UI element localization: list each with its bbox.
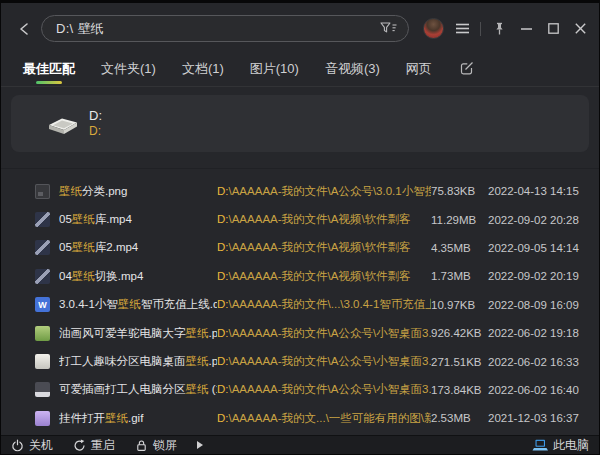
file-size: 4.35MB (431, 242, 488, 254)
this-pc-button[interactable]: 此电脑 (532, 437, 589, 454)
image-dim-file-icon (35, 184, 50, 199)
maximize-button[interactable] (544, 20, 562, 38)
tab-web[interactable]: 网页 (406, 56, 432, 88)
table-row[interactable]: 04壁纸切换.mp4D:\AAAAAA-我的文件\A视频\软件剽客1.73MB2… (35, 262, 589, 290)
file-date: 2022-08-09 16:09 (488, 299, 589, 311)
this-pc-label: 此电脑 (553, 437, 589, 454)
pin-icon[interactable] (490, 20, 508, 38)
restart-icon (73, 439, 86, 452)
file-path: D:\AAAAAA-我的文件\A公众号\小智桌面3.0.2-1 (217, 382, 431, 397)
table-row[interactable]: 3.0.4-1小智壁纸智币充值上线.docxD:\AAAAAA-我的文件\...… (35, 291, 589, 319)
shutdown-button[interactable]: 关机 (11, 437, 53, 454)
file-name: 油画风可爱羊驼电脑大字壁纸.png (59, 326, 217, 341)
result-tabs: 最佳匹配 文件夹(1) 文档(1) 图片(10) 音视频(3) 网页 (1, 54, 599, 87)
file-size: 2.53MB (431, 412, 488, 424)
file-size: 10.97KB (431, 299, 488, 311)
table-row[interactable]: 打工人趣味分区电脑桌面壁纸.pngD:\AAAAAA-我的文件\A公众号\小智桌… (35, 347, 589, 375)
close-button[interactable] (571, 20, 589, 38)
file-date: 2022-06-02 16:40 (488, 384, 589, 396)
filter-button[interactable] (380, 22, 398, 35)
window-controls (423, 18, 589, 39)
edit-tabs-icon[interactable] (460, 61, 474, 75)
file-size: 11.29MB (431, 214, 488, 226)
file-name: 挂件打开壁纸.gif (59, 411, 217, 426)
filter-funnel-icon (380, 22, 398, 35)
file-name: 04壁纸切换.mp4 (59, 269, 217, 284)
lock-screen-button[interactable]: 锁屏 (135, 437, 177, 454)
table-row[interactable]: 壁纸分类.pngD:\AAAAAA-我的文件\A公众号\3.0.1小智搜搜75.… (35, 177, 589, 205)
file-name: 3.0.4-1小智壁纸智币充值上线.docx (59, 297, 217, 312)
shutdown-label: 关机 (29, 437, 53, 454)
table-row[interactable]: 可爱插画打工人电脑分区壁纸 (1).pngD:\AAAAAA-我的文件\A公众号… (35, 376, 589, 404)
thumb-purple-file-icon (35, 411, 50, 426)
hard-drive-icon (47, 112, 79, 136)
user-avatar[interactable] (423, 18, 444, 39)
tab-pictures[interactable]: 图片(10) (250, 56, 299, 88)
hamburger-menu-icon[interactable] (453, 20, 471, 38)
file-size: 926.42KB (431, 327, 488, 339)
word-file-icon (35, 297, 50, 312)
file-name: 05壁纸库2.mp4 (59, 240, 217, 255)
table-row[interactable]: 油画风可爱羊驼电脑大字壁纸.pngD:\AAAAAA-我的文件\A公众号\小智桌… (35, 319, 589, 347)
divider (480, 22, 481, 36)
bottom-action-bar: 关机 重启 锁屏 (1, 435, 599, 454)
title-bar: D:\ 壁纸 (1, 3, 599, 54)
file-path: D:\AAAAAA-我的文件\A公众号\小智桌面3.0.2-1 (217, 354, 431, 369)
drive-labels: D: D: (89, 108, 102, 139)
app-window: D:\ 壁纸 (0, 0, 600, 455)
lock-label: 锁屏 (153, 437, 177, 454)
file-path: D:\AAAAAA-我的文件\A视频\软件剽客 (217, 269, 431, 284)
file-path: D:\AAAAAA-我的文件\...\3.0.4-1智币充值上线 (217, 297, 431, 312)
drive-name: D: (89, 108, 102, 124)
file-path: D:\AAAAAA-我的文件\A公众号\小智桌面3.0.2-1 (217, 326, 431, 341)
back-button[interactable] (13, 18, 35, 40)
file-size: 173.84KB (431, 384, 488, 396)
table-row[interactable]: 05壁纸库2.mp4D:\AAAAAA-我的文件\A视频\软件剽客4.35MB2… (35, 234, 589, 262)
table-row[interactable]: 挂件打开壁纸.gifD:\AAAAAA-我的文...\一些可能有用的图\新功能2… (35, 404, 589, 432)
video-file-icon (35, 240, 50, 255)
file-path: D:\AAAAAA-我的文件\A视频\软件剽客 (217, 212, 431, 227)
restart-label: 重启 (91, 437, 115, 454)
file-name: 打工人趣味分区电脑桌面壁纸.png (59, 354, 217, 369)
file-path: D:\AAAAAA-我的文...\一些可能有用的图\新功能 (217, 411, 431, 426)
file-size: 1.73MB (431, 270, 488, 282)
restart-button[interactable]: 重启 (73, 437, 115, 454)
computer-icon (532, 439, 548, 452)
file-name: 壁纸分类.png (59, 184, 217, 199)
power-icon (11, 439, 24, 452)
file-date: 2021-12-03 16:37 (488, 412, 589, 424)
drive-result-card[interactable]: D: D: (11, 95, 589, 152)
search-input[interactable]: D:\ 壁纸 (41, 15, 409, 42)
file-name: 可爱插画打工人电脑分区壁纸 (1).png (59, 382, 217, 397)
file-name: 05壁纸库.mp4 (59, 212, 217, 227)
tab-best-match[interactable]: 最佳匹配 (23, 56, 75, 88)
file-date: 2022-09-02 20:19 (488, 270, 589, 282)
tab-media[interactable]: 音视频(3) (325, 56, 380, 88)
file-date: 2022-09-05 14:14 (488, 242, 589, 254)
tab-documents[interactable]: 文档(1) (182, 56, 224, 88)
video-file-icon (35, 212, 50, 227)
file-path: D:\AAAAAA-我的文件\A视频\软件剽客 (217, 240, 431, 255)
file-size: 75.83KB (431, 185, 488, 197)
video-file-icon (35, 269, 50, 284)
thumb-green-file-icon (35, 326, 50, 341)
file-date: 2022-06-02 16:33 (488, 356, 589, 368)
search-value: D:\ 壁纸 (56, 20, 380, 38)
minimize-button[interactable] (517, 20, 535, 38)
thumb-dark-file-icon (35, 382, 50, 397)
drive-path: D: (89, 124, 102, 139)
file-path: D:\AAAAAA-我的文件\A公众号\3.0.1小智搜搜 (217, 184, 431, 199)
file-date: 2022-09-02 20:28 (488, 214, 589, 226)
thumb-white-file-icon (35, 354, 50, 369)
file-list: 壁纸分类.pngD:\AAAAAA-我的文件\A公众号\3.0.1小智搜搜75.… (1, 168, 599, 439)
tab-folders[interactable]: 文件夹(1) (101, 56, 156, 88)
file-date: 2022-06-02 19:18 (488, 327, 589, 339)
lock-icon (135, 439, 148, 452)
chevron-left-icon (19, 22, 29, 36)
file-date: 2022-04-13 14:15 (488, 185, 589, 197)
table-row[interactable]: 05壁纸库.mp4D:\AAAAAA-我的文件\A视频\软件剽客11.29MB2… (35, 205, 589, 233)
file-size: 271.51KB (431, 356, 488, 368)
more-actions-arrow-icon[interactable] (197, 441, 203, 449)
